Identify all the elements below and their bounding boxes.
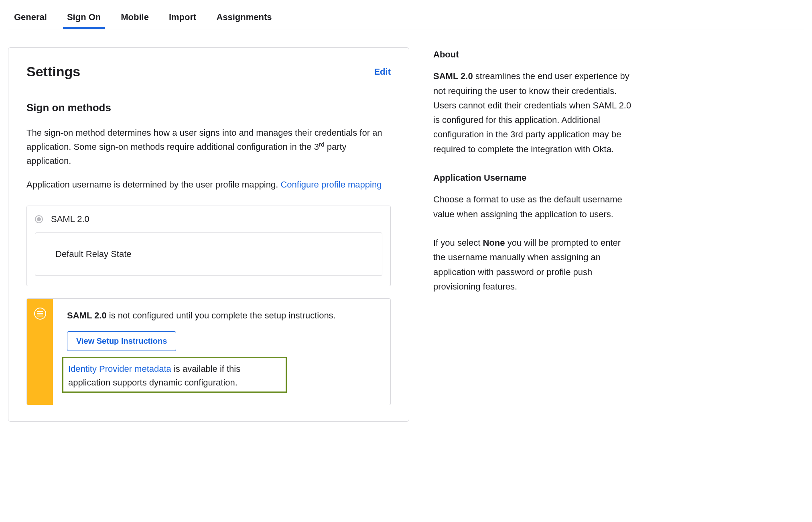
about-heading: About (433, 47, 634, 62)
idp-metadata-highlight: Identity Provider metadata is available … (62, 357, 287, 393)
tab-assignments[interactable]: Assignments (216, 8, 272, 29)
sign-on-description: The sign-on method determines how a user… (26, 126, 391, 168)
settings-title: Settings (26, 64, 80, 80)
edit-button[interactable]: Edit (374, 67, 391, 77)
saml-option-box: SAML 2.0 Default Relay State (26, 206, 391, 286)
notice-accent-bar (27, 299, 53, 405)
application-username-heading: Application Username (433, 171, 634, 185)
tab-general[interactable]: General (14, 8, 47, 29)
view-setup-instructions-button[interactable]: View Setup Instructions (67, 331, 176, 351)
configure-profile-mapping-link[interactable]: Configure profile mapping (280, 179, 382, 190)
section-heading-sign-on-methods: Sign on methods (26, 102, 391, 114)
saml-radio-label: SAML 2.0 (51, 214, 89, 224)
tab-bar: General Sign On Mobile Import Assignment… (8, 8, 804, 29)
sidebar: About SAML 2.0 streamlines the end user … (433, 47, 634, 308)
identity-provider-metadata-link[interactable]: Identity Provider metadata (68, 364, 171, 374)
default-relay-state-field: Default Relay State (35, 232, 382, 276)
tab-mobile[interactable]: Mobile (121, 8, 149, 29)
about-text: SAML 2.0 streamlines the end user experi… (433, 69, 634, 157)
tab-sign-on[interactable]: Sign On (67, 8, 101, 29)
tab-import[interactable]: Import (169, 8, 196, 29)
list-icon (34, 308, 46, 320)
saml-radio[interactable] (35, 215, 43, 223)
settings-card: Settings Edit Sign on methods The sign-o… (8, 47, 409, 422)
application-username-text: Choose a format to use as the default us… (433, 192, 634, 222)
username-mapping-text: Application username is determined by th… (26, 178, 391, 192)
none-option-text: If you select None you will be prompted … (433, 236, 634, 294)
notice-text: SAML 2.0 is not configured until you com… (67, 309, 376, 322)
setup-notice: SAML 2.0 is not configured until you com… (26, 298, 391, 405)
